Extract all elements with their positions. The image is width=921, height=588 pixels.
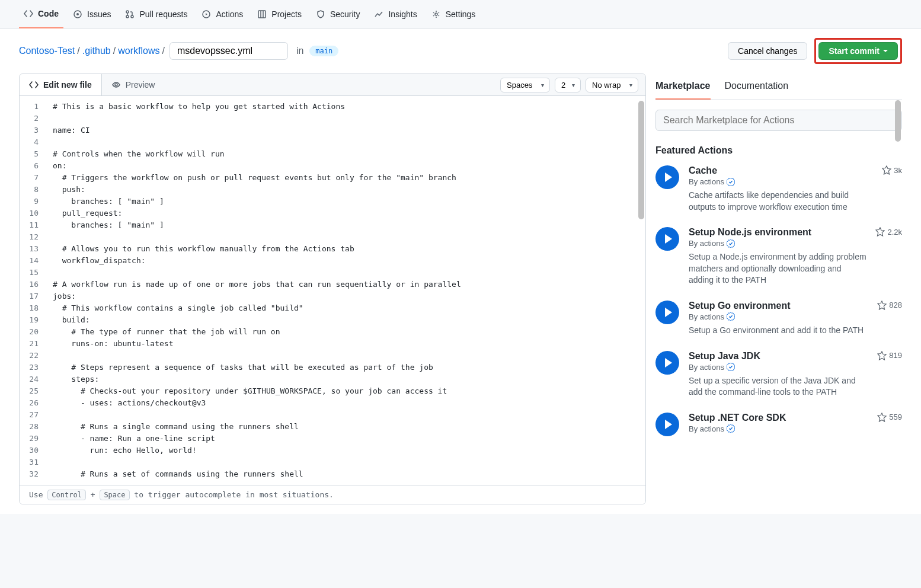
tab-issues[interactable]: Issues <box>68 0 116 28</box>
action-card[interactable]: Cache By actions Cache artifacts like de… <box>655 165 902 213</box>
tab-projects[interactable]: Projects <box>252 0 306 28</box>
verified-icon <box>727 239 735 248</box>
breadcrumb-link[interactable]: .github <box>82 46 111 56</box>
action-description: Set up a specific version of the Java JD… <box>689 375 866 398</box>
eye-icon <box>111 80 121 90</box>
autocomplete-hint: Use Control + Space to trigger autocompl… <box>20 485 645 504</box>
marketplace-panel: Marketplace Documentation Featured Actio… <box>655 74 902 504</box>
repo-tabs: Code Issues Pull requests Actions Projec… <box>0 0 921 28</box>
breadcrumb-link[interactable]: workflows <box>118 46 159 56</box>
file-tabs: Edit new file Preview Spaces 2 No wrap <box>20 74 645 96</box>
tab-label: Pull requests <box>139 9 187 19</box>
action-description: Setup a Node.js environment by adding pr… <box>689 251 866 286</box>
code-editor[interactable]: 1234567891011121314151617181920212223242… <box>20 96 645 485</box>
action-stars: 819 <box>877 351 902 360</box>
indent-size-select[interactable]: 2 <box>555 78 581 92</box>
tab-edit-label: Edit new file <box>43 80 92 90</box>
cancel-button[interactable]: Cancel changes <box>728 42 807 60</box>
action-info: Setup Node.js environment By actions Set… <box>689 227 902 286</box>
action-author: By actions <box>689 239 866 248</box>
verified-icon <box>727 424 735 433</box>
side-tabs: Marketplace Documentation <box>655 74 902 100</box>
action-info: Setup .NET Core SDK By actions <box>689 413 902 436</box>
issues-icon <box>73 9 82 19</box>
branch-pill[interactable]: main <box>309 46 338 56</box>
action-title: Cache <box>689 165 866 176</box>
star-icon <box>877 301 887 310</box>
action-stars: 2.2k <box>875 227 902 237</box>
tab-code[interactable]: Code <box>19 0 63 28</box>
action-author-text: By actions <box>689 363 724 372</box>
star-icon <box>877 413 887 422</box>
breadcrumb: Contoso-Test / .github / workflows / in … <box>19 42 728 60</box>
action-stars: 3k <box>882 165 902 175</box>
tab-settings[interactable]: Settings <box>427 0 481 28</box>
tab-pull-requests[interactable]: Pull requests <box>120 0 192 28</box>
action-play-icon <box>655 165 679 189</box>
wrap-select[interactable]: No wrap <box>586 78 638 92</box>
in-label: in <box>296 46 303 56</box>
action-star-count: 3k <box>894 166 902 175</box>
tab-marketplace[interactable]: Marketplace <box>655 74 711 100</box>
action-title: Setup Node.js environment <box>689 227 866 238</box>
action-play-icon <box>655 413 679 436</box>
tab-label: Security <box>330 9 360 19</box>
code-content[interactable]: # This is a basic workflow to help you g… <box>46 96 645 485</box>
play-icon <box>202 9 211 19</box>
breadcrumb-sep: / <box>113 46 116 56</box>
action-play-icon <box>655 351 679 375</box>
featured-actions-list: Cache By actions Cache artifacts like de… <box>655 165 902 436</box>
start-commit-button[interactable]: Start commit <box>818 42 898 60</box>
svg-point-2 <box>126 11 129 13</box>
featured-actions-title: Featured Actions <box>655 145 902 156</box>
file-path-bar: Contoso-Test / .github / workflows / in … <box>0 28 921 74</box>
tab-label: Projects <box>271 9 302 19</box>
tab-label: Code <box>38 9 59 18</box>
action-card[interactable]: Setup .NET Core SDK By actions 559 <box>655 413 902 436</box>
action-author: By actions <box>689 177 866 186</box>
tab-label: Actions <box>216 9 243 19</box>
action-play-icon <box>655 227 679 251</box>
breadcrumb-sep: / <box>162 46 164 56</box>
action-card[interactable]: Setup Java JDK By actions Set up a speci… <box>655 351 902 398</box>
breadcrumb-repo[interactable]: Contoso-Test <box>19 46 75 56</box>
search-marketplace-input[interactable] <box>655 110 902 131</box>
svg-point-3 <box>126 15 129 18</box>
indent-select[interactable]: Spaces <box>500 78 550 92</box>
gear-icon <box>431 9 441 19</box>
action-stars: 828 <box>877 301 902 310</box>
tab-documentation[interactable]: Documentation <box>725 74 789 100</box>
side-scrollbar[interactable] <box>895 100 901 142</box>
tab-actions[interactable]: Actions <box>197 0 248 28</box>
verified-icon <box>727 178 735 186</box>
action-star-count: 2.2k <box>887 228 902 237</box>
action-card[interactable]: Setup Go environment By actions Setup a … <box>655 301 902 337</box>
line-numbers: 1234567891011121314151617181920212223242… <box>20 96 46 485</box>
tab-preview[interactable]: Preview <box>102 74 165 95</box>
tab-security[interactable]: Security <box>311 0 365 28</box>
filename-input[interactable] <box>170 42 288 60</box>
star-icon <box>875 227 885 237</box>
action-description: Cache artifacts like dependencies and bu… <box>689 190 866 213</box>
action-star-count: 828 <box>889 301 902 309</box>
action-stars: 559 <box>877 413 902 422</box>
content-area: Edit new file Preview Spaces 2 No wrap 1… <box>0 74 921 514</box>
svg-point-10 <box>115 84 117 86</box>
action-author-text: By actions <box>689 239 724 248</box>
tab-edit-file[interactable]: Edit new file <box>20 74 102 95</box>
svg-point-1 <box>76 13 79 15</box>
code-icon <box>29 80 39 90</box>
start-commit-highlight: Start commit <box>814 38 902 64</box>
tab-insights[interactable]: Insights <box>369 0 421 28</box>
action-card[interactable]: Setup Node.js environment By actions Set… <box>655 227 902 286</box>
editor-scrollbar[interactable] <box>638 101 644 219</box>
verified-icon <box>727 363 735 371</box>
action-info: Setup Go environment By actions Setup a … <box>689 301 902 337</box>
code-icon <box>24 9 33 18</box>
star-icon <box>877 351 887 360</box>
action-author: By actions <box>689 312 866 321</box>
action-description: Setup a Go environment and add it to the… <box>689 325 866 337</box>
tab-preview-label: Preview <box>126 80 155 90</box>
caret-down-icon <box>883 50 888 52</box>
key-control: Control <box>47 490 86 500</box>
